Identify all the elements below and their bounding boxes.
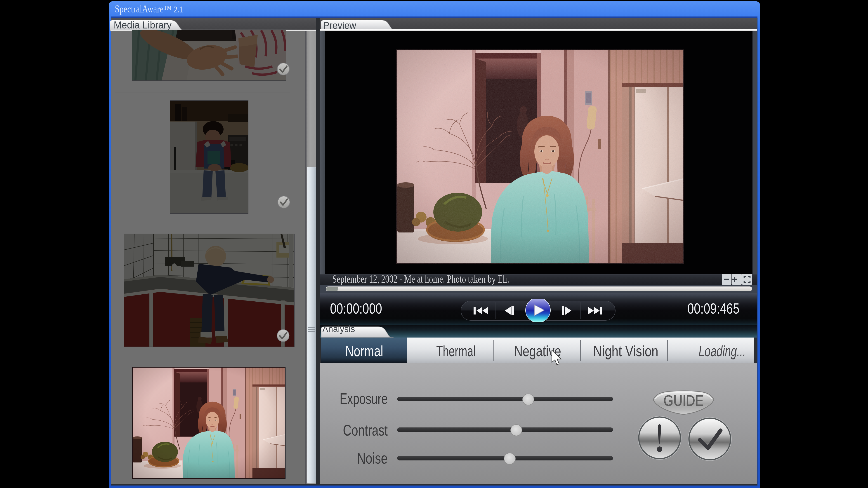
svg-text:GUIDE: GUIDE [664,392,704,409]
